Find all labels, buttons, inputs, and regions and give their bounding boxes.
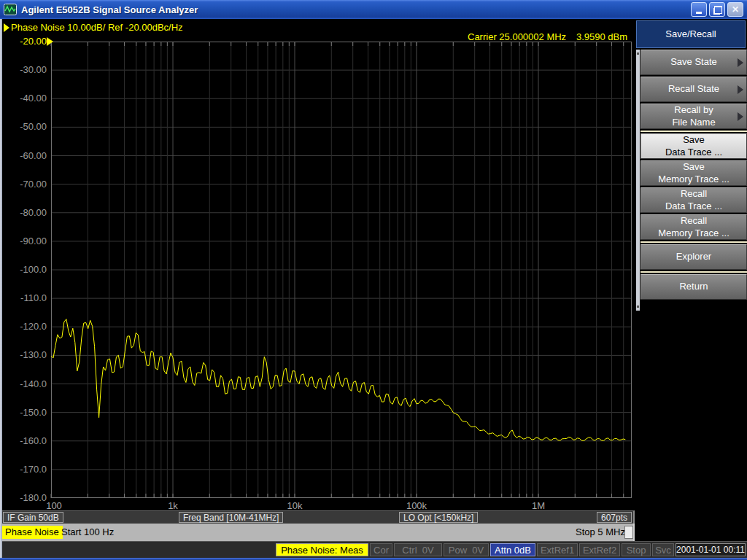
restore-icon — [714, 6, 722, 14]
y-tick-label: -90.00 — [0, 236, 47, 246]
titlebar[interactable]: Agilent E5052B Signal Source Analyzer ✕ — [0, 0, 747, 19]
extref2-indicator: ExtRef2 — [579, 543, 620, 556]
menu-button-label: Return — [679, 281, 708, 292]
app-window: Phase Noise 10.00dB/ Ref -20.00dBc/Hz Ca… — [0, 0, 747, 560]
freq-band-field[interactable]: Freq Band [10M-41MHz] — [179, 512, 283, 523]
softkey-menu-header: Save/Recall — [636, 20, 746, 48]
cor-indicator: Cor — [370, 543, 392, 556]
carrier-power: 3.9590 dBm — [576, 31, 627, 42]
y-tick-label: -120.0 — [0, 321, 47, 332]
y-tick-label: -80.00 — [0, 207, 47, 218]
app-icon — [4, 4, 17, 15]
extref1-indicator: ExtRef1 — [537, 543, 578, 556]
menu-separator — [640, 241, 747, 243]
x-tick-label: 1k — [168, 500, 178, 511]
menu-button-label: Recall Memory Trace ... — [658, 215, 729, 239]
instrument-status-bar: Phase Noise: Meas Cor Ctrl 0V Pow 0V Att… — [0, 541, 747, 558]
x-tick-label: 100 — [46, 500, 62, 511]
menu-button-explorer[interactable]: Explorer — [640, 244, 747, 270]
menu-button-label: Recall Data Trace ... — [665, 188, 722, 212]
close-button[interactable]: ✕ — [727, 2, 743, 17]
menu-button-save-data-trace[interactable]: Save Data Trace ... — [640, 133, 747, 159]
meas-status-chip: Phase Noise: Meas — [276, 543, 368, 556]
left-window-border — [0, 19, 2, 558]
menu-button-label: Save State — [670, 56, 717, 68]
phase-noise-trace — [51, 319, 625, 441]
restore-button[interactable] — [709, 2, 725, 17]
y-tick-label: -40.00 — [0, 93, 47, 104]
y-tick-label: -100.0 — [0, 264, 47, 275]
menu-button-label: Explorer — [676, 251, 711, 262]
submenu-arrow-icon — [738, 112, 743, 121]
menu-button-label: Recall by File Name — [672, 104, 715, 128]
carrier-frequency: Carrier 25.000002 MHz — [468, 31, 566, 42]
points-count-field: 607pts — [597, 512, 632, 523]
y-tick-label: -180.0 — [0, 492, 47, 503]
y-tick-label: -170.0 — [0, 464, 47, 475]
ctrl-voltage-indicator: Ctrl 0V — [394, 543, 442, 556]
status-bar-sweep: Phase Noise Start 100 Hz Stop 5 MHz — [0, 524, 635, 541]
menu-separator — [640, 131, 747, 132]
menu-button-save-memory-trace[interactable]: Save Memory Trace ... — [640, 160, 747, 186]
menu-button-recall-data-trace[interactable]: Recall Data Trace ... — [640, 187, 747, 213]
svc-indicator: Svc — [652, 543, 674, 556]
sweep-stop-label: Stop 5 MHz — [576, 526, 625, 537]
pow-voltage-indicator: Pow 0V — [444, 543, 489, 556]
menu-button-recall-by-file-name[interactable]: Recall by File Name — [640, 104, 747, 129]
x-tick-label: 1M — [532, 500, 545, 511]
x-tick-label: 100k — [406, 500, 427, 511]
submenu-arrow-icon — [738, 58, 743, 67]
minimize-button[interactable] — [691, 2, 707, 17]
softkey-menu: Save StateRecall StateRecall by File Nam… — [640, 48, 747, 300]
menu-button-recall-state[interactable]: Recall State — [640, 77, 747, 102]
menu-button-save-state[interactable]: Save State — [640, 50, 747, 75]
submenu-arrow-icon — [738, 85, 743, 94]
x-tick-label: 10k — [287, 500, 303, 511]
menu-button-label: Save Data Trace ... — [665, 134, 722, 158]
menu-button-label: Save Memory Trace ... — [658, 161, 729, 185]
y-tick-label: -150.0 — [0, 407, 47, 418]
trace-info: Phase Noise 10.00dB/ Ref -20.00dBc/Hz — [4, 22, 183, 33]
menu-scrollbar[interactable] — [636, 50, 640, 311]
status-bar-measurement: IF Gain 50dB Freq Band [10M-41MHz] LO Op… — [0, 510, 635, 524]
datetime-display: 2001-01-01 00:11 — [676, 543, 746, 556]
ref-level-marker-icon — [47, 37, 53, 46]
y-tick-label: -160.0 — [0, 435, 47, 446]
menu-button-recall-memory-trace[interactable]: Recall Memory Trace ... — [640, 214, 747, 240]
y-tick-label: -20.00 — [0, 36, 47, 47]
minimize-icon — [696, 12, 702, 14]
sweep-start-label: Start 100 Hz — [61, 526, 114, 537]
menu-button-return[interactable]: Return — [640, 274, 747, 300]
y-tick-label: -30.00 — [0, 64, 47, 75]
y-tick-label: -70.00 — [0, 179, 47, 190]
y-tick-label: -140.0 — [0, 378, 47, 389]
y-tick-label: -130.0 — [0, 349, 47, 360]
close-icon: ✕ — [732, 4, 739, 15]
y-tick-label: -60.00 — [0, 150, 47, 161]
window-title: Agilent E5052B Signal Source Analyzer — [21, 4, 198, 15]
phase-noise-plot — [0, 0, 635, 510]
active-measurement-chip: Phase Noise — [1, 526, 63, 539]
lo-opt-field[interactable]: LO Opt [<150kHz] — [399, 512, 478, 523]
menu-separator — [640, 271, 747, 273]
y-tick-label: -110.0 — [0, 292, 47, 303]
trace-info-label: Phase Noise 10.00dB/ Ref -20.00dBc/Hz — [11, 22, 183, 33]
stop-indicator: Stop — [622, 543, 651, 556]
y-tick-label: -50.00 — [0, 121, 47, 132]
menu-button-label: Recall State — [668, 83, 719, 95]
attn-indicator: Attn 0dB — [490, 543, 535, 556]
active-trace-marker-icon — [4, 23, 9, 32]
scrollbar-box[interactable] — [624, 526, 633, 539]
if-gain-field[interactable]: IF Gain 50dB — [3, 512, 63, 523]
